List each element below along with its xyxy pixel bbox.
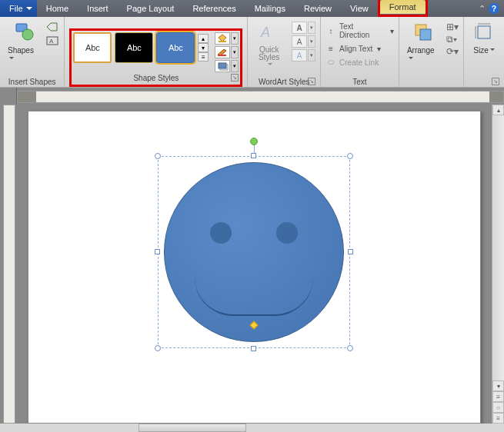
align-text-icon: ≡ xyxy=(325,44,336,53)
arrange-button[interactable]: Arrange xyxy=(404,18,443,65)
tab-insert[interactable]: Insert xyxy=(78,0,118,17)
shape-styles-launcher[interactable]: ↘ xyxy=(231,74,239,81)
shape-effects-button[interactable]: ▾ xyxy=(215,60,239,72)
ribbon: Shapes A Insert Shapes Abc Abc Abc ▴ ▾ ≡ xyxy=(0,17,504,88)
svg-text:A: A xyxy=(49,38,54,45)
text-outline-dropdown[interactable]: ▾ xyxy=(308,35,315,48)
quick-styles-icon: A xyxy=(257,20,282,45)
gallery-up-icon[interactable]: ▴ xyxy=(198,34,209,43)
size-button[interactable]: Size xyxy=(469,18,499,56)
style-preset-2[interactable]: Abc xyxy=(115,32,153,63)
text-fill-icon: A xyxy=(292,22,307,34)
handle-s[interactable] xyxy=(251,346,256,351)
text-direction-button[interactable]: ↕Text Direction▾ xyxy=(325,22,394,40)
shape-styles-gallery[interactable]: Abc Abc Abc ▴ ▾ ≡ xyxy=(73,32,209,63)
group-size: Size ↘ xyxy=(464,17,504,87)
svg-rect-4 xyxy=(219,41,226,42)
create-link-button[interactable]: ⬭Create Link xyxy=(325,57,379,68)
bucket-icon xyxy=(215,32,230,45)
group-label-wordart: WordArt Styles ↘ xyxy=(252,76,315,87)
style-preset-3[interactable]: Abc xyxy=(156,32,195,63)
text-outline-icon: A xyxy=(292,35,307,48)
size-icon xyxy=(472,20,496,45)
shapes-button[interactable]: Shapes xyxy=(5,18,42,65)
handle-nw[interactable] xyxy=(155,153,161,159)
minimize-ribbon-icon[interactable]: ⌃ xyxy=(479,4,486,14)
horizontal-scrollbar[interactable] xyxy=(0,424,504,432)
text-effects-dropdown[interactable]: ▾ xyxy=(308,49,315,61)
rotation-handle[interactable] xyxy=(250,138,258,145)
shapes-label: Shapes xyxy=(8,46,39,63)
shape-effects-dropdown[interactable]: ▾ xyxy=(231,60,239,72)
horizontal-ruler[interactable] xyxy=(17,91,504,103)
workspace: ▴ ▾ ≡ ○ ≡ xyxy=(0,105,504,424)
handle-se[interactable] xyxy=(347,345,353,351)
rotate-icon[interactable]: ⟳▾ xyxy=(446,46,459,57)
shape-outline-dropdown[interactable]: ▾ xyxy=(231,46,239,58)
smiley-eye-left xyxy=(210,222,232,244)
svg-rect-5 xyxy=(218,55,226,56)
effects-icon xyxy=(215,60,230,72)
handle-e[interactable] xyxy=(348,249,353,254)
shape-selection[interactable] xyxy=(158,156,350,348)
svg-point-1 xyxy=(22,29,33,40)
arrange-label: Arrange xyxy=(407,46,440,63)
vertical-ruler[interactable] xyxy=(0,105,17,424)
svg-rect-10 xyxy=(420,29,431,40)
vertical-scrollbar[interactable]: ▴ ▾ ≡ ○ ≡ xyxy=(492,105,504,424)
tab-page-layout[interactable]: Page Layout xyxy=(118,0,184,17)
shape-fill-button[interactable]: ▾ xyxy=(215,32,239,45)
handle-n[interactable] xyxy=(251,153,256,158)
tab-mailings[interactable]: Mailings xyxy=(245,0,295,17)
next-page-icon[interactable]: ≡ xyxy=(492,413,504,424)
quick-styles-label: Quick Styles xyxy=(255,46,282,69)
smiley-eye-right xyxy=(276,222,298,244)
scroll-up-icon[interactable]: ▴ xyxy=(492,105,504,115)
text-fill-button[interactable]: A▾ xyxy=(292,22,315,34)
text-box-icon[interactable]: A xyxy=(45,35,59,48)
text-effects-button[interactable]: A▾ xyxy=(292,49,315,61)
group-insert-shapes: Shapes A Insert Shapes xyxy=(0,17,65,87)
gallery-down-icon[interactable]: ▾ xyxy=(198,43,209,52)
group-label-text: Text xyxy=(325,76,394,87)
hscroll-thumb[interactable] xyxy=(139,424,246,432)
handle-ne[interactable] xyxy=(347,153,353,159)
horizontal-ruler-bar xyxy=(0,88,504,105)
browse-object-icon[interactable]: ○ xyxy=(492,402,504,413)
tab-file[interactable]: File xyxy=(0,0,37,17)
smiley-shape[interactable] xyxy=(164,162,344,342)
document-page[interactable] xyxy=(28,111,481,424)
group-label-shape-styles: Shape Styles ↘ xyxy=(73,72,239,83)
shape-outline-button[interactable]: ▾ xyxy=(215,46,239,58)
tab-bar: File Home Insert Page Layout References … xyxy=(0,0,504,17)
handle-sw[interactable] xyxy=(155,345,161,351)
prev-page-icon[interactable]: ≡ xyxy=(492,391,504,402)
tab-format[interactable]: Format xyxy=(380,0,426,14)
tab-view[interactable]: View xyxy=(341,0,378,17)
svg-text:A: A xyxy=(260,25,270,40)
quick-styles-button[interactable]: A Quick Styles xyxy=(252,18,285,71)
shape-fill-dropdown[interactable]: ▾ xyxy=(231,32,239,45)
gallery-more-icon[interactable]: ≡ xyxy=(198,52,209,61)
group-wordart-styles: A Quick Styles A▾ A▾ A▾ WordArt Styles ↘ xyxy=(248,17,321,87)
help-icon[interactable]: ? xyxy=(489,3,499,14)
text-outline-button[interactable]: A▾ xyxy=(292,35,315,48)
handle-w[interactable] xyxy=(155,249,160,254)
size-launcher[interactable]: ↘ xyxy=(492,78,499,85)
group-text: ↕Text Direction▾ ≡Align Text▾ ⬭Create Li… xyxy=(321,17,399,87)
group-arrange: Arrange ⊞▾ ⧉▾ ⟳▾ . xyxy=(399,17,464,87)
edit-shape-icon[interactable] xyxy=(45,22,59,34)
group-icon[interactable]: ⧉▾ xyxy=(446,34,459,45)
scroll-down-icon[interactable]: ▾ xyxy=(492,380,504,391)
text-fill-dropdown[interactable]: ▾ xyxy=(308,22,315,34)
align-icon[interactable]: ⊞▾ xyxy=(446,22,459,32)
style-preset-1[interactable]: Abc xyxy=(73,32,112,63)
wordart-launcher[interactable]: ↘ xyxy=(308,78,315,85)
align-text-button[interactable]: ≡Align Text▾ xyxy=(325,43,381,54)
link-icon: ⬭ xyxy=(325,58,336,67)
tab-review[interactable]: Review xyxy=(295,0,341,17)
shapes-icon xyxy=(12,20,36,45)
tab-home[interactable]: Home xyxy=(37,0,78,17)
tab-references[interactable]: References xyxy=(183,0,245,17)
svg-rect-11 xyxy=(478,26,490,38)
